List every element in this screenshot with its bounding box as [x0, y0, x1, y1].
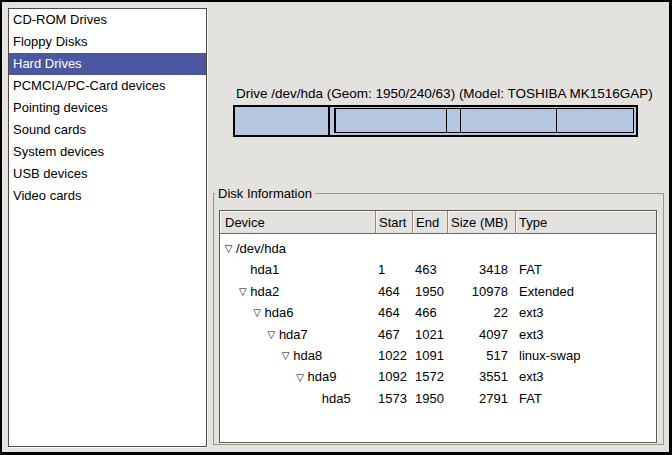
tree-indent — [222, 355, 279, 356]
type-cell: FAT — [516, 259, 656, 280]
tree-indent — [222, 312, 251, 313]
table-row-hda8[interactable]: ▽hda810221091517linux-swap — [220, 345, 656, 366]
end-cell: 1021 — [413, 324, 448, 345]
device-label: hda2 — [250, 281, 279, 302]
table-row-hda7[interactable]: ▽hda746710214097ext3 — [220, 324, 656, 345]
column-header-size-mb-[interactable]: Size (MB) — [448, 211, 516, 234]
device-cell: ▽/dev/hda — [220, 238, 376, 259]
partition-segment-hda1 — [235, 107, 330, 135]
start-cell: 464 — [376, 302, 413, 323]
expander-icon[interactable]: ▽ — [265, 324, 278, 345]
device-cell: ▽hda2 — [220, 281, 376, 302]
type-cell — [516, 238, 656, 259]
start-cell: 1092 — [376, 366, 413, 387]
device-label: hda6 — [265, 302, 294, 323]
expander-icon[interactable]: ▽ — [294, 367, 307, 388]
expander-icon[interactable]: ▽ — [236, 281, 249, 302]
table-row-hda1[interactable]: hda114633418FAT — [220, 259, 656, 280]
partition-segment-hda7 — [336, 109, 447, 132]
partition-bar — [233, 105, 638, 137]
end-cell: 1572 — [413, 366, 448, 387]
device-label: hda9 — [308, 366, 337, 387]
end-cell: 1950 — [413, 388, 448, 409]
sidebar-item-usb-devices[interactable]: USB devices — [9, 163, 206, 185]
sidebar-item-pcmcia-pc-card-devices[interactable]: PCMCIA/PC-Card devices — [9, 75, 206, 97]
device-label: hda7 — [279, 324, 308, 345]
hardware-browser-window: CD-ROM DrivesFloppy DisksHard DrivesPCMC… — [0, 0, 672, 455]
end-cell — [413, 238, 448, 259]
device-cell: ▽hda9 — [220, 366, 376, 387]
disk-table-header: DeviceStartEndSize (MB)Type — [220, 211, 656, 234]
start-cell: 464 — [376, 281, 413, 302]
start-cell — [376, 238, 413, 259]
tree-indent — [222, 377, 294, 378]
device-cell: hda5 — [220, 388, 376, 409]
tree-indent — [222, 270, 236, 271]
device-cell: ▽hda8 — [220, 345, 376, 366]
device-cell: ▽hda6 — [220, 302, 376, 323]
tree-indent — [222, 334, 265, 335]
device-cell: ▽hda7 — [220, 324, 376, 345]
column-header-type[interactable]: Type — [516, 211, 656, 234]
type-cell: ext3 — [516, 366, 656, 387]
disk-table-body: ▽/dev/hdahda114633418FAT▽hda246419501097… — [220, 234, 656, 409]
end-cell: 466 — [413, 302, 448, 323]
device-label: hda1 — [250, 259, 279, 280]
type-cell: ext3 — [516, 324, 656, 345]
tree-indent — [222, 398, 308, 399]
partition-segment-hda9 — [461, 109, 557, 132]
device-label: /dev/hda — [236, 238, 286, 259]
tree-indent — [222, 291, 236, 292]
column-header-end[interactable]: End — [413, 211, 448, 234]
partition-segment-hda5 — [557, 109, 633, 132]
disk-information-label: Disk Information — [215, 186, 315, 201]
start-cell: 467 — [376, 324, 413, 345]
end-cell: 1950 — [413, 281, 448, 302]
size-cell: 22 — [448, 302, 516, 323]
partition-segment-hda8 — [447, 109, 461, 132]
device-cell: hda1 — [220, 259, 376, 280]
size-cell — [448, 238, 516, 259]
sidebar-item-pointing-devices[interactable]: Pointing devices — [9, 97, 206, 119]
sidebar-item-hard-drives[interactable]: Hard Drives — [9, 53, 206, 75]
size-cell: 2791 — [448, 388, 516, 409]
expander-icon[interactable]: ▽ — [279, 345, 292, 366]
column-header-start[interactable]: Start — [376, 211, 413, 234]
device-category-list: CD-ROM DrivesFloppy DisksHard DrivesPCMC… — [8, 8, 207, 447]
start-cell: 1 — [376, 259, 413, 280]
column-header-device[interactable]: Device — [220, 211, 376, 234]
end-cell: 463 — [413, 259, 448, 280]
drive-title: Drive /dev/hda (Geom: 1950/240/63) (Mode… — [236, 86, 653, 101]
table-row-hda9[interactable]: ▽hda9109215723551ext3 — [220, 366, 656, 387]
sidebar-item-sound-cards[interactable]: Sound cards — [9, 119, 206, 141]
sidebar-item-cd-rom-drives[interactable]: CD-ROM Drives — [9, 9, 206, 31]
start-cell: 1022 — [376, 345, 413, 366]
disk-table: DeviceStartEndSize (MB)Type ▽/dev/hdahda… — [219, 210, 657, 443]
table-row-hda5[interactable]: hda5157319502791FAT — [220, 388, 656, 409]
device-label: hda8 — [293, 345, 322, 366]
table-row--dev-hda[interactable]: ▽/dev/hda — [220, 238, 656, 259]
size-cell: 10978 — [448, 281, 516, 302]
device-label: hda5 — [322, 388, 351, 409]
sidebar-item-system-devices[interactable]: System devices — [9, 141, 206, 163]
type-cell: linux-swap — [516, 345, 656, 366]
partition-segment-hda2-extended — [334, 108, 634, 133]
expander-icon[interactable]: ▽ — [251, 302, 264, 323]
sidebar-item-video-cards[interactable]: Video cards — [9, 185, 206, 207]
window-content: CD-ROM DrivesFloppy DisksHard DrivesPCMC… — [2, 2, 669, 452]
sidebar-item-floppy-disks[interactable]: Floppy Disks — [9, 31, 206, 53]
table-row-hda2[interactable]: ▽hda2464195010978Extended — [220, 281, 656, 302]
size-cell: 3551 — [448, 366, 516, 387]
start-cell: 1573 — [376, 388, 413, 409]
size-cell: 4097 — [448, 324, 516, 345]
table-row-hda6[interactable]: ▽hda646446622ext3 — [220, 302, 656, 323]
expander-icon[interactable]: ▽ — [222, 238, 235, 259]
type-cell: Extended — [516, 281, 656, 302]
end-cell: 1091 — [413, 345, 448, 366]
size-cell: 517 — [448, 345, 516, 366]
size-cell: 3418 — [448, 259, 516, 280]
type-cell: ext3 — [516, 302, 656, 323]
type-cell: FAT — [516, 388, 656, 409]
